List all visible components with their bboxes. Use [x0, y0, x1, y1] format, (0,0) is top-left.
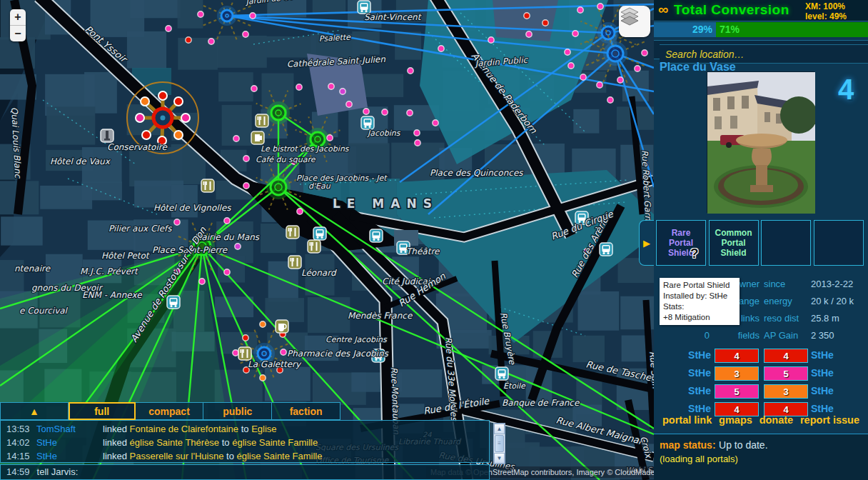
xm-particle	[433, 120, 438, 126]
xm-particle	[174, 219, 180, 225]
resonator-dot[interactable]	[142, 131, 151, 139]
map-label: ENM - Annexe	[82, 290, 143, 300]
portal-actions: portal linkgmapsdonatereport issue	[654, 414, 868, 430]
map-label: Le bistrot des Jacobins	[261, 144, 350, 154]
food-icon	[286, 226, 299, 239]
chat-tab-compact[interactable]: compact	[136, 402, 204, 420]
xm-particle	[296, 84, 302, 90]
xm-particle	[260, 321, 266, 327]
xm-particle	[526, 31, 532, 37]
action-link-gmaps[interactable]: gmaps	[719, 414, 752, 430]
xm-particle	[597, 82, 602, 88]
faction-progress-bar: 29% 71%	[654, 22, 868, 37]
xm-particle	[250, 13, 256, 19]
portal-marker-green[interactable]	[271, 106, 286, 120]
resonator-dot[interactable]	[136, 114, 144, 122]
mod-slot-3[interactable]	[761, 220, 811, 266]
portal-photo[interactable]	[707, 71, 814, 213]
map-label: Hôtel Petot	[101, 251, 151, 261]
xm-particle	[243, 183, 249, 189]
xm-particle	[186, 37, 191, 43]
xm-particle	[565, 49, 570, 55]
chat-tab-faction[interactable]: faction	[272, 402, 340, 420]
bus-icon	[495, 367, 508, 380]
action-link-donate[interactable]: donate	[760, 414, 794, 430]
map-status-label: map status:	[660, 439, 716, 451]
ingress-intel-app: Pont YssoirQuai Louis BlancJardin de Gou…	[0, 0, 868, 480]
map-label: e Courcival	[19, 306, 69, 316]
map-label: Pilier aux Clefs	[108, 224, 172, 234]
chat-input[interactable]: 14:59tell Jarvis:	[0, 464, 490, 480]
search-input[interactable]: Search location…	[654, 40, 868, 59]
xm-particle	[382, 109, 388, 115]
bus-icon	[600, 243, 612, 256]
expand-arrow-icon: ▶	[643, 238, 650, 249]
help-cursor-icon: ?	[690, 246, 699, 261]
xm-particle	[328, 84, 334, 89]
chat-messages[interactable]: 13:53TomShaftlinked Fontaine de Clairefo…	[0, 420, 490, 463]
zoom-in-button[interactable]: +	[10, 9, 26, 26]
map-status-note: (loading all portals)	[660, 454, 862, 464]
portal-marker-green[interactable]	[271, 179, 286, 195]
map-zoom-control: + −	[10, 9, 26, 41]
xm-particle	[260, 375, 266, 381]
xm-particle	[346, 101, 352, 107]
map-label: Banque de France	[502, 398, 580, 408]
xm-particle	[642, 50, 647, 56]
chat-input-time: 14:59	[6, 466, 30, 477]
map-label: Hôtel de Vaux	[50, 156, 111, 166]
map-label: Jacobins	[366, 129, 401, 138]
chat-tab-public[interactable]: public	[203, 402, 272, 420]
map-label: Mendès France	[348, 311, 413, 321]
resonator-dot[interactable]	[158, 91, 167, 100]
mod-slot-4[interactable]	[814, 220, 864, 266]
xm-particle	[243, 335, 248, 341]
scroll-down-button[interactable]: ▼	[494, 453, 505, 464]
xm-particle	[597, 4, 603, 9]
map-label: Psalette	[318, 33, 351, 44]
resonator-dot[interactable]	[174, 97, 183, 106]
layers-icon	[619, 6, 640, 27]
zoom-out-button[interactable]: −	[10, 26, 26, 41]
chat-tabs: ▲ fullcompactpublicfaction	[0, 402, 340, 420]
resonator-dot[interactable]	[181, 114, 190, 122]
chat-collapse-button[interactable]: ▲	[0, 402, 69, 420]
stat-row: 0fields AP Gain2 350	[654, 330, 868, 347]
chat-scrollbar[interactable]: ▲ ≡ ▼	[493, 423, 505, 464]
xm-particle	[635, 66, 640, 71]
scroll-thumb[interactable]: ≡	[495, 435, 504, 452]
layers-button[interactable]	[619, 6, 650, 37]
resonator-list: StHe 4 4 StHeStHe 3 5 StHeStHe 5 3 StHeS…	[654, 348, 868, 419]
xm-particle	[617, 77, 623, 83]
xm-particle	[281, 349, 286, 355]
enlightened-percent: 71%	[716, 22, 868, 37]
resonator-dot[interactable]	[174, 131, 183, 139]
xm-particle	[199, 279, 205, 284]
action-link-portal-link[interactable]: portal link	[662, 414, 712, 430]
sidebar-collapse-tab[interactable]: ▶	[639, 220, 654, 266]
bus-icon	[361, 116, 374, 129]
map-label: Pharmacie des Jacobins	[287, 349, 389, 359]
xm-particle	[572, 31, 578, 36]
map-status: map status: Up to date. (loading all por…	[654, 434, 868, 480]
resonator-dot[interactable]	[141, 97, 149, 106]
scroll-up-button[interactable]: ▲	[494, 424, 505, 434]
city-label: LE MANS	[333, 196, 438, 211]
map-label: M.J.C. Prévert	[80, 266, 139, 276]
portal-marker-blue[interactable]	[607, 46, 623, 61]
xm-particle	[224, 269, 230, 275]
chat-message: 13:53TomShaftlinked Fontaine de Clairefo…	[1, 422, 489, 436]
portal-marker-blue[interactable]	[258, 347, 271, 360]
mod-slot-2[interactable]: CommonPortalShield	[709, 220, 759, 266]
chat-panel: ▲ fullcompactpublicfaction 13:53TomShaft…	[0, 402, 507, 420]
monument-icon	[101, 129, 113, 142]
xm-particle	[243, 31, 248, 37]
map-label: Place des Quinconces	[430, 168, 523, 178]
chat-tab-full[interactable]: full	[69, 402, 136, 420]
agent-name: Total Conversion	[674, 2, 789, 18]
portal-marker-blue[interactable]	[221, 10, 233, 21]
action-link-report-issue[interactable]: report issue	[800, 414, 859, 430]
food-icon	[238, 347, 251, 360]
map-label: Léonard	[301, 268, 337, 278]
chat-input-prefix: tell Jarvis:	[37, 466, 79, 477]
